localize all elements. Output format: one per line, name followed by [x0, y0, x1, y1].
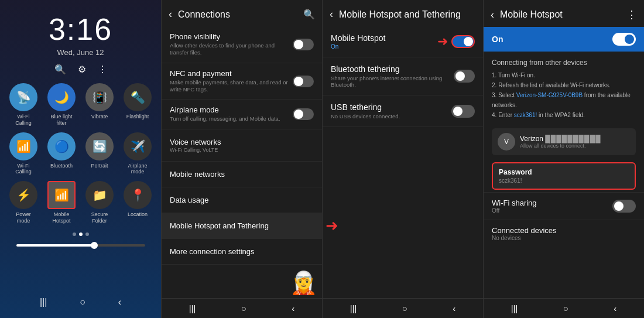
airplane-mode-desc: Turn off calling, messaging, and Mobile …: [170, 115, 280, 122]
usb-tethering-item[interactable]: USB tethering No USB devices connected.: [323, 95, 483, 127]
wifi-calling-icon: 📡: [9, 83, 37, 111]
lock-date: Wed, June 12: [57, 48, 104, 57]
mobile-hotspot-title: Mobile Hotspot: [331, 33, 385, 43]
nav-back[interactable]: ‹: [292, 303, 294, 313]
tile-flashlight[interactable]: 🔦 Flashlight: [122, 83, 154, 126]
tile-bluetooth[interactable]: 🔵 Bluetooth: [46, 132, 78, 176]
airplane-toggle[interactable]: [293, 108, 314, 120]
nav-recent-hd[interactable]: |||: [511, 303, 518, 313]
phone-visibility-title: Phone visibility: [170, 32, 293, 41]
more-connection-settings-item[interactable]: More connection settings: [162, 239, 322, 265]
nav-home-ht[interactable]: ○: [402, 303, 407, 313]
mobile-hotspot-tethering-item[interactable]: Mobile Hotspot and Tethering ➜: [162, 213, 322, 239]
tile-portrait-label: Portrait: [91, 163, 108, 169]
more-icon[interactable]: ⋮: [98, 64, 107, 75]
verizon-sub: Allow all devices to connect.: [520, 143, 630, 149]
data-usage-item[interactable]: Data usage: [162, 187, 322, 213]
tile-location[interactable]: 📍 Location: [122, 181, 154, 224]
tile-airplane-label: Airplanemode: [128, 163, 147, 176]
tile-power-label: Powermode: [16, 211, 31, 224]
nav-back-icon[interactable]: ‹: [118, 297, 121, 307]
brightness-fill: [16, 244, 94, 247]
wifi-sharing-title: Wi-Fi sharing: [492, 199, 537, 207]
verizon-name: Verizon ██████████: [520, 135, 630, 143]
tile-wifi-calling[interactable]: 📡 Wi-FiCalling: [8, 83, 40, 126]
flashlight-icon: 🔦: [124, 83, 152, 111]
wifi-icon: 📶: [9, 132, 37, 160]
search-icon[interactable]: 🔍: [54, 64, 66, 75]
red-arrow-hotspot: ➜: [437, 34, 448, 49]
nav-recent[interactable]: |||: [189, 303, 196, 313]
brightness-bar[interactable]: [16, 244, 145, 247]
connections-search-icon[interactable]: 🔍: [303, 9, 315, 20]
usb-tethering-desc: No USB devices connected.: [331, 113, 400, 119]
nav-recent-icon[interactable]: |||: [40, 297, 47, 307]
tile-mobile-hotspot[interactable]: 📶 MobileHotspot: [46, 181, 78, 224]
connecting-steps: 1. Turn Wi-Fi on. 2. Refresh the list of…: [492, 70, 636, 120]
mobile-networks-item[interactable]: Mobile networks: [162, 162, 322, 187]
nav-back-hd[interactable]: ‹: [614, 303, 616, 313]
secure-folder-icon: 📁: [85, 181, 114, 209]
back-arrow-icon[interactable]: ‹: [169, 8, 172, 20]
page-dots: [73, 232, 89, 236]
wifi-sharing-sub: Off: [492, 207, 537, 214]
password-value: sczk361!: [499, 177, 629, 184]
hotspot-tethering-title: Mobile Hotspot and Tethering: [339, 9, 476, 20]
mobile-hotspot-toggle[interactable]: [451, 35, 475, 48]
hotspot-on-toggle[interactable]: [612, 33, 636, 46]
usb-tethering-title: USB tethering: [331, 102, 400, 112]
red-arrow-connections: ➜: [326, 217, 338, 235]
phone-visibility-item[interactable]: Phone visibility Allow other devices to …: [162, 26, 322, 63]
nfc-toggle[interactable]: [293, 76, 314, 87]
connections-panel: ‹ Connections 🔍 Phone visibility Allow o…: [161, 0, 322, 318]
tile-blue-light[interactable]: 🌙 Blue lightfilter: [46, 83, 78, 126]
wifi-sharing-toggle[interactable]: [612, 200, 636, 213]
quick-tiles-row1: 📡 Wi-FiCalling 🌙 Blue lightfilter 📳 Vibr…: [8, 83, 154, 126]
tile-vibrate[interactable]: 📳 Vibrate: [84, 83, 116, 126]
dot-2: [79, 232, 83, 236]
wifi-sharing-row[interactable]: Wi-Fi sharing Off: [484, 192, 644, 220]
tile-secure-folder[interactable]: 📁 SecureFolder: [84, 181, 116, 224]
dot-1: [73, 232, 76, 236]
bluetooth-tethering-item[interactable]: Bluetooth tethering Share your phone's i…: [323, 57, 483, 95]
phone-visibility-toggle[interactable]: [293, 39, 314, 50]
lock-nav: ||| ○ ‹: [0, 291, 161, 313]
tile-wifi[interactable]: 📶 Wi-FiCalling: [8, 132, 40, 176]
hotspot-detail-back-icon[interactable]: ‹: [491, 9, 494, 21]
mobile-hotspot-sub: On: [331, 43, 385, 50]
gear-icon[interactable]: ⚙: [78, 64, 86, 75]
bluetooth-tethering-toggle[interactable]: [454, 70, 475, 83]
voice-networks-item[interactable]: Voice networks Wi-Fi Calling, VoLTE: [162, 129, 322, 162]
verizon-icon: V: [498, 133, 515, 151]
verizon-network-box[interactable]: V Verizon ██████████ Allow all devices t…: [492, 128, 636, 155]
nfc-desc: Make mobile payments, share data, and re…: [170, 79, 293, 94]
nav-home[interactable]: ○: [241, 303, 246, 313]
password-box[interactable]: Password sczk361!: [492, 162, 636, 190]
password-highlight: sczk361!: [514, 112, 537, 118]
step-4: Enter sczk361! in the WPA2 field.: [498, 112, 585, 118]
airplane-mode-item[interactable]: Airplane mode Turn off calling, messagin…: [162, 100, 322, 129]
usb-tethering-toggle[interactable]: [451, 105, 475, 118]
airplane-mode-title: Airplane mode: [170, 105, 280, 114]
tile-power[interactable]: ⚡ Powermode: [8, 181, 40, 224]
nav-home-icon[interactable]: ○: [80, 297, 85, 307]
nfc-payment-item[interactable]: NFC and payment Make mobile payments, sh…: [162, 63, 322, 100]
connected-devices-row[interactable]: Connected devices No devices: [484, 220, 644, 247]
step-3: Select Verizon-SM-G925V-0B9B from the av…: [492, 92, 631, 108]
hotspot-back-icon[interactable]: ‹: [330, 8, 333, 20]
nfc-title: NFC and payment: [170, 69, 293, 78]
mobile-hotspot-toggle-item[interactable]: Mobile Hotspot On ➜: [323, 26, 483, 57]
airplane-icon: ✈️: [124, 132, 152, 160]
lock-top-icons: 🔍 ⚙ ⋮: [54, 64, 107, 75]
step-1: Turn Wi-Fi on.: [498, 72, 535, 78]
nav-home-hd[interactable]: ○: [563, 303, 568, 313]
tile-airplane[interactable]: ✈️ Airplanemode: [122, 132, 154, 176]
voice-networks-title: Voice networks: [170, 138, 314, 146]
hotspot-detail-more-icon[interactable]: ⋮: [626, 8, 637, 21]
nav-recent-ht[interactable]: |||: [350, 303, 357, 313]
tile-bluetooth-label: Bluetooth: [50, 163, 73, 169]
nav-back-ht[interactable]: ‹: [453, 303, 455, 313]
tile-wifi-label: Wi-FiCalling: [15, 163, 32, 176]
lock-time: 3:16: [49, 12, 112, 47]
tile-portrait[interactable]: 🔄 Portrait: [84, 132, 116, 176]
